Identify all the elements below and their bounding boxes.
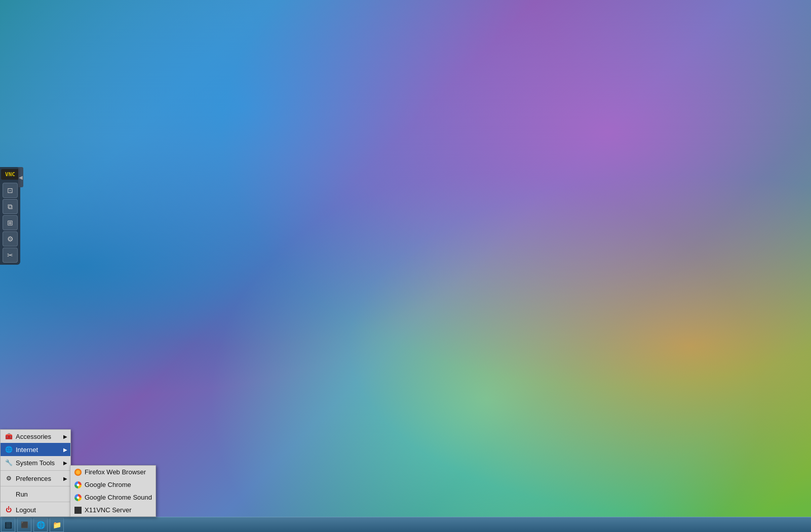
preferences-arrow: ▶ (63, 476, 67, 481)
firefox-icon (74, 469, 82, 476)
system-tools-arrow: ▶ (63, 460, 67, 466)
preferences-icon: ⚙ (5, 474, 13, 482)
settings-icon[interactable]: ⚙ (3, 231, 18, 247)
internet-arrow: ▶ (63, 447, 67, 453)
vnc-collapse-button[interactable]: ◀ (18, 167, 23, 187)
menu-separator-2 (1, 486, 70, 486)
chrome-icon-1 (74, 481, 82, 488)
accessories-arrow: ▶ (63, 434, 67, 439)
menu-item-system-tools[interactable]: 🔧 System Tools ▶ (1, 456, 70, 469)
vnc-logo: VNC (1, 169, 19, 180)
app-menu: 🧰 Accessories ▶ 🌐 Internet ▶ 🔧 System To… (0, 429, 71, 517)
menu-item-preferences[interactable]: ⚙ Preferences ▶ (1, 472, 70, 485)
internet-label: Internet (16, 446, 38, 454)
firefox-label: Firefox Web Browser (85, 468, 146, 476)
desktop (0, 0, 811, 532)
taskbar-folder-icon[interactable]: 📁 (50, 518, 64, 532)
submenu-item-chrome[interactable]: Google Chrome (70, 478, 156, 491)
x11vnc-icon (74, 507, 82, 514)
chrome-label: Google Chrome (85, 481, 131, 488)
x11vnc-label: X11VNC Server (85, 506, 131, 514)
taskbar-browser-icon[interactable]: 🌐 (33, 518, 48, 532)
chrome-sound-label: Google Chrome Sound (85, 494, 152, 501)
menu-separator-3 (1, 502, 70, 502)
screenshot-icon[interactable]: ⊡ (3, 183, 18, 198)
clipboard-icon[interactable]: ⧉ (3, 199, 18, 214)
taskbar-icon-1[interactable]: ⬛ (17, 518, 31, 532)
chrome-icon-2 (74, 494, 82, 501)
vnc-sidebar: VNC ⊡ ⧉ ⊞ ⚙ ✂ (0, 167, 20, 265)
system-tools-icon: 🔧 (5, 459, 13, 467)
disconnect-icon[interactable]: ✂ (3, 248, 18, 263)
menu-item-logout[interactable]: ⏻ Logout (1, 503, 70, 516)
menu-separator-1 (1, 470, 70, 471)
menu-item-internet[interactable]: 🌐 Internet ▶ (1, 443, 70, 456)
internet-icon: 🌐 (5, 445, 13, 454)
preferences-label: Preferences (16, 475, 51, 482)
run-icon (5, 490, 13, 498)
submenu-item-x11vnc[interactable]: X11VNC Server (70, 504, 156, 516)
submenu-item-firefox[interactable]: Firefox Web Browser (70, 466, 156, 478)
taskbar: ▤ ⬛ 🌐 📁 (0, 517, 811, 532)
logout-icon: ⏻ (5, 506, 13, 514)
menu-item-accessories[interactable]: 🧰 Accessories ▶ (1, 430, 70, 443)
display-icon[interactable]: ⊞ (3, 215, 18, 230)
menu-item-run[interactable]: Run (1, 487, 70, 501)
system-tools-label: System Tools (16, 459, 55, 467)
start-button[interactable]: ▤ (1, 518, 15, 532)
internet-submenu: Firefox Web Browser Google Chrome Google… (70, 465, 156, 517)
run-label: Run (16, 490, 28, 498)
submenu-item-chrome-sound[interactable]: Google Chrome Sound (70, 491, 156, 504)
logout-label: Logout (16, 506, 36, 514)
accessories-icon: 🧰 (5, 432, 13, 440)
accessories-label: Accessories (16, 433, 51, 440)
